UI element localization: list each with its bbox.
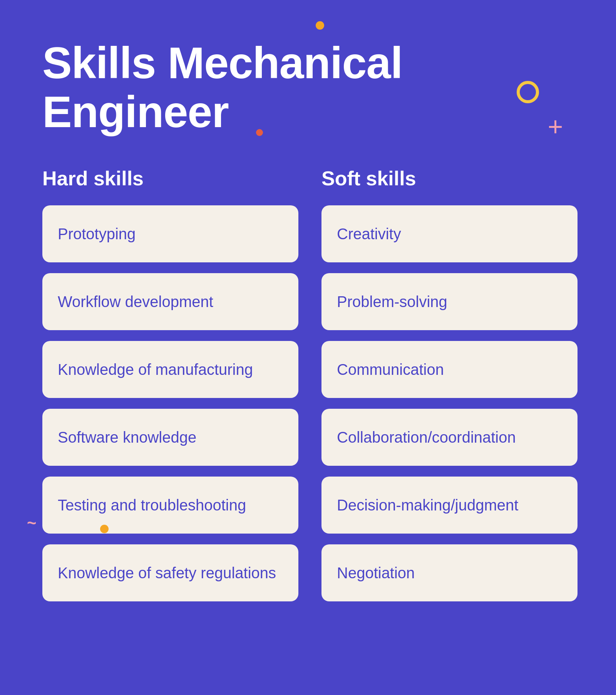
dot-orange-small: [256, 129, 263, 136]
soft-skill-label-3: Communication: [337, 359, 444, 379]
cross-pink-icon: +: [545, 116, 566, 137]
soft-skill-label-6: Negotiation: [337, 563, 415, 583]
dot-orange-mid: [100, 525, 109, 533]
soft-skills-column: Soft skills Creativity Problem-solving C…: [321, 167, 578, 612]
hard-skill-card-1: Prototyping: [42, 205, 298, 262]
page-wrapper: + ~ Skills Mechanical Engineer Hard skil…: [0, 0, 616, 695]
page-title: Skills Mechanical Engineer: [42, 39, 578, 136]
hard-skill-label-3: Knowledge of manufacturing: [58, 359, 253, 379]
squiggle-left-icon: ~: [27, 514, 42, 529]
soft-skill-card-1: Creativity: [321, 205, 578, 262]
columns-wrapper: Hard skills Prototyping Workflow develop…: [42, 167, 578, 612]
dot-orange-top: [316, 21, 324, 30]
soft-skill-card-3: Communication: [321, 341, 578, 398]
hard-skill-label-2: Workflow development: [58, 292, 213, 312]
hard-skill-card-3: Knowledge of manufacturing: [42, 341, 298, 398]
hard-skill-card-6: Knowledge of safety regulations: [42, 544, 298, 601]
hard-skill-label-6: Knowledge of safety regulations: [58, 563, 276, 583]
hard-skill-card-4: Software knowledge: [42, 409, 298, 466]
soft-skill-card-6: Negotiation: [321, 544, 578, 601]
hard-skills-column: Hard skills Prototyping Workflow develop…: [42, 167, 298, 612]
soft-skill-label-2: Problem-solving: [337, 292, 447, 312]
soft-skill-card-2: Problem-solving: [321, 273, 578, 330]
hard-skills-header: Hard skills: [42, 167, 298, 190]
circle-yellow-icon: [517, 81, 539, 103]
soft-skills-header: Soft skills: [321, 167, 578, 190]
soft-skill-card-5: Decision-making/judgment: [321, 477, 578, 534]
hard-skill-card-2: Workflow development: [42, 273, 298, 330]
soft-skill-label-4: Collaboration/coordination: [337, 427, 516, 447]
hard-skill-label-4: Software knowledge: [58, 427, 196, 447]
hard-skill-card-5: Testing and troubleshooting: [42, 477, 298, 534]
hard-skill-label-5: Testing and troubleshooting: [58, 495, 246, 515]
hard-skill-label-1: Prototyping: [58, 224, 136, 244]
soft-skill-label-5: Decision-making/judgment: [337, 495, 518, 515]
soft-skill-label-1: Creativity: [337, 224, 401, 244]
soft-skill-card-4: Collaboration/coordination: [321, 409, 578, 466]
